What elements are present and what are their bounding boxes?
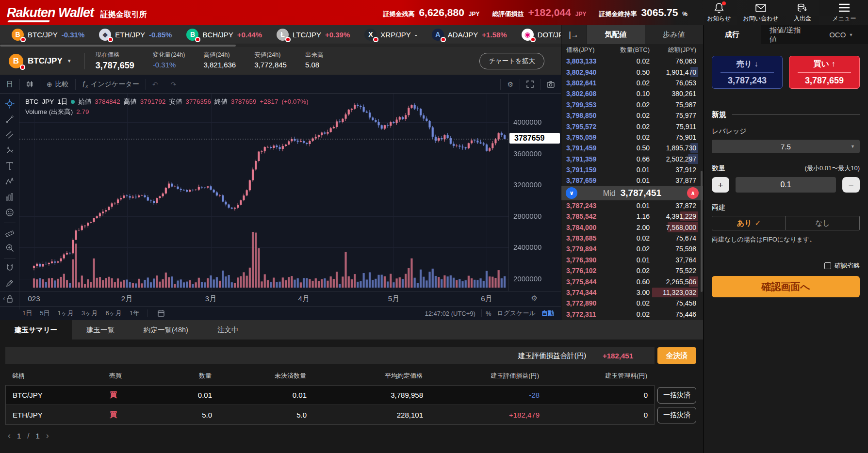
time-axis-label[interactable]: 023 [28,294,40,303]
leverage-select[interactable]: 7.5 ▼ [712,140,860,153]
time-axis-label[interactable]: 3月 [205,294,216,304]
ask-row[interactable]: 3,791,4590.501,895,730 [561,143,703,153]
quantity-input[interactable] [736,177,836,193]
ask-row[interactable]: 3,791,3590.662,502,297 [561,154,703,164]
indicators-button[interactable]: ƒxインジケーター [76,75,146,94]
ticker-item-ada[interactable]: AADA/JPY+1.58% [432,29,507,41]
pair-selector[interactable]: B BTC/JPY ▼ [9,54,72,68]
undo-button[interactable]: ↶ [146,75,164,94]
ticker-item-xrp[interactable]: XXRP/JPY- [364,29,417,41]
bid-row[interactable]: 3,772,3110.0275,446 [561,309,703,320]
range-button-1日[interactable]: 1日 [18,309,36,318]
auto-scale-button[interactable]: 自動 [541,309,554,318]
channel-icon[interactable] [2,128,17,142]
bid-row[interactable]: 3,775,8440.602,265,506 [561,276,703,287]
bid-row[interactable]: 3,776,3900.0137,764 [561,255,703,265]
hedge-on-option[interactable]: あり✓ [712,216,786,230]
range-button-5日[interactable]: 5日 [36,309,53,318]
tab-約定一覧(48h)[interactable]: 約定一覧(48h) [129,320,203,340]
fullscreen-icon[interactable] [520,75,540,94]
trendline-icon[interactable] [2,112,17,127]
zoom-in-icon[interactable] [2,241,17,255]
menu-item-お問い合わせ[interactable]: お問い合わせ [742,2,780,23]
quantity-increase-button[interactable]: + [712,177,729,193]
ask-row[interactable]: 3,802,9400.501,901,470 [561,66,703,77]
bid-row[interactable]: 3,783,6850.0275,674 [561,233,703,243]
tab-建玉一覧[interactable]: 建玉一覧 [72,320,129,340]
crosshair-icon[interactable] [2,97,17,111]
position-row-BTC/JPY[interactable]: BTC/JPY買0.010.013,789,958-280 [6,386,654,405]
axis-settings-gear-icon[interactable]: ⚙ [531,294,538,303]
ask-row[interactable]: 3,795,5720.0275,911 [561,121,703,131]
ticker-item-bch[interactable]: BBCH/JPY+0.44% [186,29,262,41]
position-row-ETH/JPY[interactable]: ETH/JPY買5.05.0228,101+182,4790 [6,405,654,424]
hedge-off-option[interactable]: なし [786,216,859,230]
confirm-order-button[interactable]: 確認画面へ [712,276,860,297]
sell-button[interactable]: 売り ↓ 3,787,243 [712,56,783,89]
chevron-left-icon[interactable]: ‹ [3,294,5,302]
chart-plot-area[interactable]: BTC_JPY 1日 始値3784842 高値3791792 安値3776356… [19,94,561,291]
forecast-icon[interactable] [2,190,17,204]
emoji-icon[interactable] [2,205,17,220]
orderbook-tab-気配値[interactable]: 気配値 [587,25,645,44]
text-tool-icon[interactable] [2,159,17,173]
ask-row[interactable]: 3,802,6410.0276,053 [561,78,703,88]
menu-item-お知らせ[interactable]: お知らせ [700,2,738,23]
chart-settings-gear-icon[interactable]: ⚙ [501,75,520,94]
ask-row[interactable]: 3,802,6080.10380,261 [561,88,703,99]
order-type-tab-OCO[interactable]: OCO▼ [815,25,868,44]
ask-row[interactable]: 3,799,3530.0275,987 [561,99,703,110]
compare-button[interactable]: ⊕比較 [40,75,75,94]
range-button-1ヶ月[interactable]: 1ヶ月 [53,309,78,318]
tab-建玉サマリー[interactable]: 建玉サマリー [0,320,72,340]
clock-utc[interactable]: 12:47:02 (UTC+9) [425,310,475,317]
rakuten-wallet-logo[interactable]: Rakuten Wallet 証拠金取引所 [7,5,147,20]
bid-row[interactable]: 3,776,1020.0275,522 [561,265,703,276]
time-axis-label[interactable]: 4月 [298,294,309,304]
range-button-3ヶ月[interactable]: 3ヶ月 [78,309,102,318]
collapse-panel-arrow-icon[interactable]: |→ [561,25,587,44]
bid-row[interactable]: 3,772,8900.0275,458 [561,298,703,308]
quantity-decrease-button[interactable]: − [842,177,860,193]
next-page-button[interactable]: › [46,431,49,441]
pencil-icon[interactable] [2,276,17,291]
time-axis-label[interactable]: 5月 [388,294,399,304]
order-type-tab-成行[interactable]: 成行 [704,25,761,44]
ask-row[interactable]: 3,795,0590.0275,901 [561,132,703,143]
order-type-tab-指値/逆指値[interactable]: 指値/逆指値 [761,25,815,44]
bid-row[interactable]: 3,785,5421.164,391,229 [561,211,703,222]
candlestick-chart[interactable] [19,94,561,291]
menu-item-メニュー[interactable]: メニュー [825,2,863,23]
batch-close-button[interactable]: 一括決済 [657,387,696,404]
ticker-item-dot[interactable]: ◉DOT/JPY+1.58% [522,29,561,41]
ask-row[interactable]: 3,787,6590.0137,877 [561,175,703,186]
orderbook-tab-歩み値[interactable]: 歩み値 [645,25,703,44]
orderbook-scrollbar[interactable] [701,171,703,292]
pattern-icon[interactable] [2,174,17,189]
magnet-icon[interactable] [2,260,17,275]
redo-button[interactable]: ↷ [164,75,182,94]
bid-row[interactable]: 3,774,3443.0011,323,032 [561,287,703,298]
previous-page-button[interactable]: ‹ [8,431,11,441]
ticker-item-btc[interactable]: BBTC/JPY-0.31% [12,29,84,41]
time-axis[interactable]: ‹ ⚙ 0232月3月4月5月6月 [0,291,561,306]
ticker-item-eth[interactable]: ◆ETH/JPY-0.85% [99,29,172,41]
range-button-6ヶ月[interactable]: 6ヶ月 [102,309,126,318]
range-button-1年[interactable]: 1年 [126,309,143,318]
scroll-up-chevron-icon[interactable]: ∧ [687,187,699,199]
time-axis-label[interactable]: 2月 [121,294,132,304]
skip-confirmation-checkbox[interactable]: 確認省略 [712,261,860,270]
checkbox-icon[interactable] [824,262,831,269]
pitchfork-icon[interactable] [2,143,17,158]
expand-chart-button[interactable]: チャートを拡大 [479,53,544,69]
buy-button[interactable]: 買い ↑ 3,787,659 [789,56,860,89]
ticker-item-ltc[interactable]: ŁLTC/JPY+0.39% [277,29,350,41]
interval-button[interactable]: 日 [0,75,19,94]
ticker-scroll-thumb[interactable] [0,45,236,47]
bid-row[interactable]: 3,779,8940.0275,598 [561,243,703,254]
camera-snapshot-icon[interactable] [540,75,561,94]
ask-row[interactable]: 3,798,8500.0275,977 [561,110,703,121]
candle-style-button[interactable] [20,75,40,94]
close-all-positions-button[interactable]: 全決済 [657,347,696,364]
ask-row[interactable]: 3,791,1590.0137,912 [561,164,703,175]
